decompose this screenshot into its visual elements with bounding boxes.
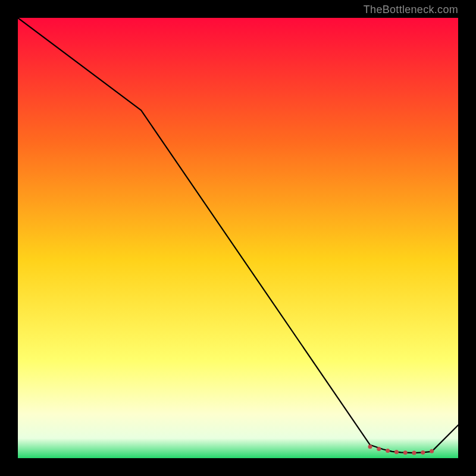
background-gradient (18, 18, 458, 458)
svg-rect-0 (18, 18, 458, 458)
attribution-label: TheBottleneck.com (364, 4, 458, 16)
chart-stage: TheBottleneck.com (0, 0, 476, 476)
plot-area (18, 18, 458, 458)
